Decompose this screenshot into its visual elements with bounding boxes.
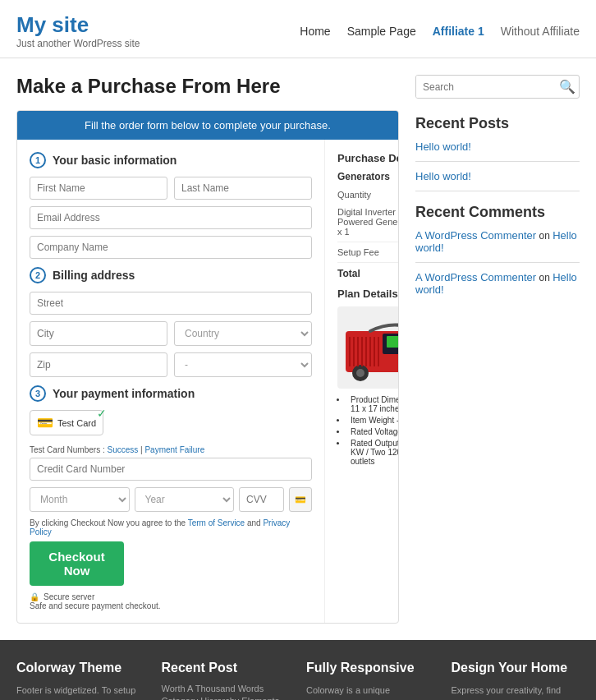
nav-home[interactable]: Home — [300, 25, 330, 38]
footer-col3: Fully Responsive Colorway is a unique re… — [306, 661, 435, 700]
recent-post-2[interactable]: Hello world! — [415, 170, 580, 182]
lock-icon: 🔒 — [30, 592, 39, 601]
cc-row — [30, 458, 312, 481]
purchase-details-title: Purchase Details — [337, 152, 399, 164]
checkout-button[interactable]: Checkout Now — [30, 541, 124, 586]
section2-title: 2 Billing address — [30, 267, 312, 283]
name-row — [30, 177, 312, 200]
section1-number: 1 — [30, 152, 46, 168]
company-input[interactable] — [30, 236, 312, 259]
footer-col4-title: Design Your Home — [452, 661, 580, 675]
payment-failure-link[interactable]: Payment Failure — [144, 445, 204, 454]
site-header: My site Just another WordPress site Home… — [0, 0, 596, 58]
month-select[interactable]: Month — [30, 487, 130, 512]
footer-grid: Colorway Theme Footer is widgetized. To … — [16, 661, 580, 700]
state-select[interactable]: - — [174, 352, 312, 377]
svg-point-2 — [356, 369, 364, 377]
street-row — [30, 292, 312, 315]
year-select[interactable]: Year — [135, 487, 235, 512]
test-card-numbers: Test Card Numbers : Success | Payment Fa… — [30, 445, 312, 454]
form-body: 1 Your basic information — [17, 140, 398, 623]
footer-col2-link2[interactable]: Category Hierarchy Elements — [162, 696, 291, 700]
terms-link[interactable]: Term of Service — [188, 518, 245, 527]
main-container: Make a Purchase From Here Fill the order… — [0, 58, 596, 640]
footer-col2: Recent Post Worth A Thousand Words Categ… — [162, 661, 291, 700]
setup-fee-row: Setup Fee $40.00 — [337, 247, 399, 257]
site-branding: My site Just another WordPress site — [16, 12, 140, 49]
recent-post-1[interactable]: Hello world! — [415, 140, 580, 153]
purchase-card: Fill the order form below to complete yo… — [16, 110, 399, 624]
search-icon: 🔍 — [559, 80, 575, 94]
card-icon: 💳 — [37, 415, 53, 431]
footer: Colorway Theme Footer is widgetized. To … — [0, 640, 596, 700]
content-area: Make a Purchase From Here Fill the order… — [16, 75, 399, 624]
success-link[interactable]: Success — [107, 445, 138, 454]
plan-details-title: Plan Details — [337, 288, 399, 300]
footer-col4-text: Express your creativity, find inspiratio… — [452, 684, 580, 700]
setup-fee-label: Setup Fee — [337, 247, 399, 257]
cvv-input[interactable] — [239, 487, 284, 512]
city-country-row: Country — [30, 321, 312, 346]
footer-col1-text: Footer is widgetized. To setup the foote… — [16, 684, 145, 700]
city-input[interactable] — [30, 321, 167, 346]
quantity-label: Quantity — [337, 190, 399, 200]
form-left: 1 Your basic information — [17, 140, 325, 623]
country-select[interactable]: Country — [174, 321, 312, 346]
secure-server: 🔒 Secure server — [30, 592, 312, 601]
spec-item: Item Weight - 52.9 pounds — [347, 416, 399, 425]
item-label: Digital Inverter Powered Generator x 1 — [337, 207, 399, 237]
quantity-row: Quantity — [337, 187, 399, 202]
spec-item: Rated Voltage - 120 V — [347, 427, 399, 436]
sidebar: 🔍 Recent Posts Hello world! Hello world!… — [415, 75, 580, 624]
expiry-cvv-row: Month Year 💳 — [30, 487, 312, 512]
comment1-author[interactable]: A WordPress Commenter — [415, 229, 536, 242]
nav-affiliate1[interactable]: Affiliate 1 — [433, 25, 484, 38]
email-row — [30, 206, 312, 229]
recent-posts-title: Recent Posts — [415, 115, 580, 132]
recent-comments-title: Recent Comments — [415, 204, 580, 221]
site-title: My site — [16, 12, 140, 38]
search-box: 🔍 — [415, 75, 580, 99]
total-row: Total $290.00 — [337, 268, 399, 279]
zip-row: - — [30, 352, 312, 377]
nav-sample-page[interactable]: Sample Page — [347, 25, 416, 38]
email-input[interactable] — [30, 206, 312, 229]
generator-image — [337, 306, 399, 389]
section2-number: 2 — [30, 267, 46, 283]
last-name-input[interactable] — [174, 177, 312, 200]
total-label: Total — [337, 268, 360, 279]
pd-section: Generators — [337, 171, 399, 182]
comment-2: A WordPress Commenter on Hello world! — [415, 271, 580, 296]
svg-rect-6 — [387, 336, 399, 348]
footer-col1-title: Colorway Theme — [16, 661, 145, 675]
checkout-terms: By clicking Checkout Now you agree to th… — [30, 518, 312, 537]
footer-col4: Design Your Home Express your creativity… — [452, 661, 580, 700]
cvv-icon: 💳 — [289, 487, 312, 512]
section3-number: 3 — [30, 385, 46, 402]
search-button[interactable]: 🔍 — [552, 76, 580, 98]
comment2-author[interactable]: A WordPress Commenter — [415, 271, 536, 283]
check-icon: ✓ — [97, 407, 107, 420]
footer-col2-link1[interactable]: Worth A Thousand Words — [162, 684, 291, 693]
nav-without-affiliate[interactable]: Without Affiliate — [501, 25, 580, 38]
section1-title: 1 Your basic information — [30, 152, 312, 168]
footer-col3-text: Colorway is a unique responsive WordPres… — [306, 684, 435, 700]
street-input[interactable] — [30, 292, 312, 315]
spec-item: Rated Output Power - 1.6 KW / Two 120 V/… — [347, 439, 399, 466]
credit-card-input[interactable] — [30, 458, 312, 481]
comment-1: A WordPress Commenter on Hello world! — [415, 229, 580, 254]
product-specs: Product Dimensions - 19 x 11 x 17 inches… — [337, 395, 399, 466]
test-card-badge: 💳 Test Card ✓ — [30, 410, 103, 435]
footer-col1: Colorway Theme Footer is widgetized. To … — [16, 661, 145, 700]
form-right: Purchase Details Generators Quantity Dig… — [325, 140, 399, 623]
search-input[interactable] — [416, 76, 552, 98]
footer-col2-title: Recent Post — [162, 661, 291, 675]
item-row: Digital Inverter Powered Generator x 1 $… — [337, 207, 399, 237]
section3-title: 3 Your payment information — [30, 385, 312, 402]
zip-input[interactable] — [30, 352, 167, 377]
first-name-input[interactable] — [30, 177, 167, 200]
page-title: Make a Purchase From Here — [16, 75, 399, 98]
spec-item: Product Dimensions - 19 x 11 x 17 inches — [347, 395, 399, 413]
site-tagline: Just another WordPress site — [16, 38, 140, 49]
footer-col3-title: Fully Responsive — [306, 661, 435, 675]
